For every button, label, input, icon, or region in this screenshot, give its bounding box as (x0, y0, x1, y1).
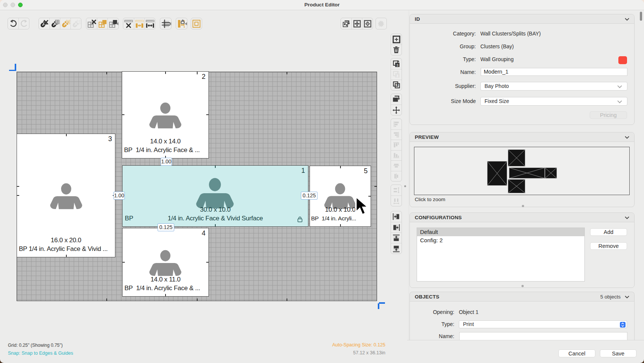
svg-text:?: ? (396, 84, 398, 88)
svg-text:3: 3 (396, 63, 398, 67)
svg-text:3: 3 (396, 74, 398, 78)
